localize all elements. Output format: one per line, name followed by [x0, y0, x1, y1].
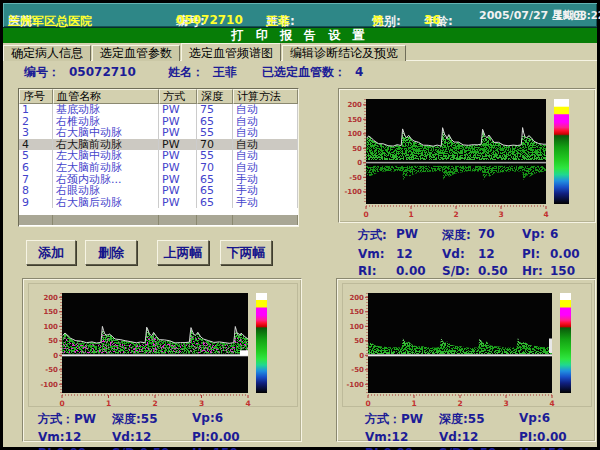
spectrum-panel-top-right: 200150100500-50-10001234 — [338, 88, 596, 223]
table-cell: 自动 — [233, 116, 298, 128]
table-cell: 9 — [19, 197, 53, 209]
svg-text:0: 0 — [359, 352, 364, 360]
measurement-label: Hr: — [522, 264, 550, 278]
svg-text:3: 3 — [498, 210, 503, 219]
table-cell: 2 — [19, 116, 53, 128]
delete-button[interactable]: 删除 — [85, 240, 137, 265]
table-cell: 65 — [197, 116, 233, 128]
measurement-item: Vp:6 — [519, 411, 589, 428]
table-cell: PW — [159, 127, 197, 139]
measurement-label: Vm: — [358, 247, 396, 261]
table-row[interactable]: 8右眼动脉PW65手动 — [19, 185, 298, 197]
table-cell: PW — [159, 174, 197, 186]
measurement-item: RI:0.00 — [365, 446, 439, 450]
app-window: 医院:兰州军区总医院 编号: 05072710 姓名:王菲 性别: 男 年龄: … — [0, 0, 600, 450]
svg-text:150: 150 — [349, 308, 364, 316]
doppler-spectrum-display[interactable]: 200150100500-50-10001234 — [342, 283, 592, 407]
svg-text:100: 100 — [43, 323, 58, 331]
table-cell: 75 — [197, 104, 233, 116]
table-cell: 自动 — [233, 104, 298, 116]
svg-text:150: 150 — [347, 116, 362, 124]
measurement-label: Vp: — [522, 227, 550, 244]
svg-text:2: 2 — [453, 210, 458, 219]
table-cell: PW — [159, 197, 197, 209]
svg-text:4: 4 — [549, 399, 554, 406]
table-cell: PW — [159, 150, 197, 162]
measurement-item: Vd:12 — [439, 430, 519, 444]
table-row[interactable]: 4右大脑前动脉PW70自动 — [19, 139, 298, 151]
table-row[interactable]: 2右椎动脉PW65自动 — [19, 116, 298, 128]
table-row[interactable]: 1基底动脉PW75自动 — [19, 104, 298, 116]
menu-bar: 打 印 报 告 设 置 — [3, 28, 597, 43]
table-cell: 65 — [197, 185, 233, 197]
measurement-label: PI: — [522, 247, 550, 261]
svg-text:200: 200 — [43, 294, 58, 302]
tab-patient-info[interactable]: 确定病人信息 — [3, 45, 91, 61]
svg-text:-50: -50 — [45, 366, 58, 374]
svg-text:-100: -100 — [346, 381, 364, 389]
table-cell: 3 — [19, 127, 53, 139]
measurement-value: 12 — [478, 247, 522, 261]
table-row[interactable]: 7右颈内动脉...PW65手动 — [19, 174, 298, 186]
measurement-value: 0.00 — [550, 247, 600, 261]
svg-text:-100: -100 — [40, 381, 58, 389]
measurement-item: 深度:55 — [439, 411, 519, 428]
column-header[interactable]: 深度 — [197, 89, 233, 104]
column-header[interactable]: 方式 — [159, 89, 197, 104]
table-cell: 55 — [197, 150, 233, 162]
svg-text:0: 0 — [53, 352, 58, 360]
table-row[interactable]: 6左大脑前动脉PW70自动 — [19, 162, 298, 174]
vessel-table-header: 序号 血管名称 方式 深度 计算方法 — [19, 89, 298, 104]
tab-vessel-spectrum[interactable]: 选定血管频谱图 — [181, 43, 281, 61]
patient-id-value: 05072710 — [176, 13, 243, 27]
table-cell: 7 — [19, 174, 53, 186]
summary-count-value: 4 — [355, 65, 363, 79]
measurement-label: 方式: — [358, 227, 396, 244]
measurement-value: 6 — [550, 227, 600, 244]
measurement-item: Vm:12 — [38, 430, 112, 444]
table-row[interactable]: 9右大脑后动脉PW65手动 — [19, 197, 298, 209]
vessel-table-body: 1基底动脉PW75自动2右椎动脉PW65自动3右大脑中动脉PW55自动4右大脑前… — [19, 104, 298, 208]
measurement-label: RI: — [358, 264, 396, 278]
table-cell: PW — [159, 162, 197, 174]
measurement-readout-bottom-right: 方式：PW深度:55Vp:6Vm:12Vd:12PI:0.00RI:0.00S/… — [365, 411, 589, 450]
prev-two-button[interactable]: 上两幅 — [157, 240, 209, 265]
table-row[interactable]: 3右大脑中动脉PW55自动 — [19, 127, 298, 139]
horizontal-scrollbar[interactable] — [19, 215, 298, 225]
column-header[interactable]: 血管名称 — [53, 89, 159, 104]
summary-name-label: 姓名： — [168, 65, 204, 79]
age-value: 36 — [424, 13, 441, 27]
measurement-label: 深度: — [442, 227, 478, 244]
table-cell: 6 — [19, 162, 53, 174]
doppler-spectrum-display[interactable]: 200150100500-50-10001234 — [341, 91, 595, 222]
column-header[interactable]: 序号 — [19, 89, 53, 104]
svg-text:0: 0 — [59, 399, 64, 406]
client-area: 医院:兰州军区总医院 编号: 05072710 姓名:王菲 性别: 男 年龄: … — [3, 3, 597, 447]
tab-diagnosis-preview[interactable]: 编辑诊断结论及预览 — [282, 45, 406, 61]
svg-text:100: 100 — [349, 323, 364, 331]
add-button[interactable]: 添加 — [26, 240, 76, 265]
table-cell: 手动 — [233, 185, 298, 197]
svg-text:1: 1 — [106, 399, 111, 406]
next-two-button[interactable]: 下两幅 — [220, 240, 272, 265]
tab-vessel-params[interactable]: 选定血管参数 — [92, 45, 180, 61]
table-cell: 70 — [197, 139, 233, 151]
measurement-item: PI:0.00 — [192, 430, 262, 444]
measurement-value: 0.50 — [478, 264, 522, 278]
table-cell: 自动 — [233, 150, 298, 162]
doppler-spectrum-display[interactable]: 200150100500-50-10001234 — [28, 283, 298, 407]
table-row[interactable]: 5左大脑中动脉PW55自动 — [19, 150, 298, 162]
svg-text:4: 4 — [543, 210, 548, 219]
table-cell: 1 — [19, 104, 53, 116]
table-cell: 5 — [19, 150, 53, 162]
measurement-item: Vm:12 — [365, 430, 439, 444]
time-display: 15:08:22 — [555, 10, 600, 21]
measurement-value: 12 — [396, 247, 442, 261]
menu-print-report-settings[interactable]: 打 印 报 告 设 置 — [232, 27, 369, 44]
measurement-value: 0.00 — [396, 264, 442, 278]
measurement-value: 150 — [550, 264, 600, 278]
measurement-value: 70 — [478, 227, 522, 244]
column-header[interactable]: 计算方法 — [233, 89, 298, 104]
svg-text:50: 50 — [48, 337, 58, 345]
table-cell: PW — [159, 116, 197, 128]
